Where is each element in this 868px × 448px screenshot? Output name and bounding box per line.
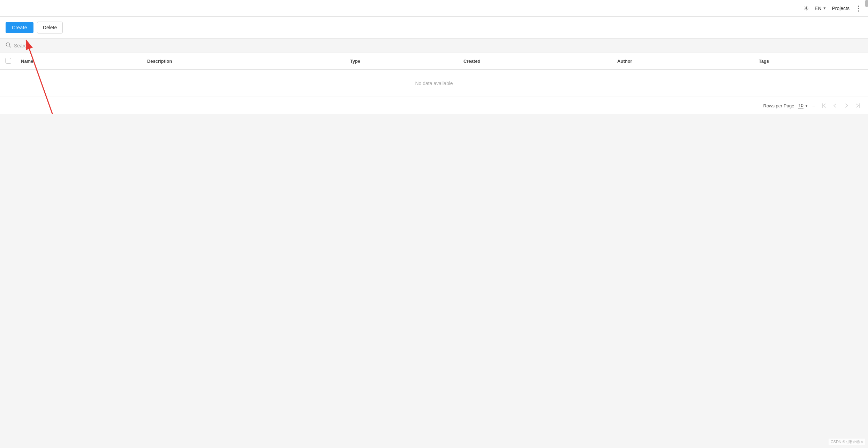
toolbar: Create Delete: [0, 17, 868, 39]
create-button[interactable]: Create: [6, 22, 33, 33]
no-data-message: No data available: [0, 70, 868, 97]
language-label: EN: [815, 6, 821, 11]
main-content: Create Delete Name: [0, 17, 868, 114]
no-data-row: No data available: [0, 70, 868, 97]
table-header-created: Created: [459, 53, 613, 70]
rows-per-page-value: 10: [798, 103, 803, 109]
projects-link[interactable]: Projects: [832, 6, 850, 11]
pagination-buttons: [819, 101, 862, 110]
next-page-button[interactable]: [841, 101, 851, 110]
select-all-checkbox[interactable]: [6, 58, 11, 63]
search-icon: [6, 42, 11, 49]
topbar: ☀ EN ▼ Projects ⋮: [0, 0, 868, 17]
watermark: CSDN ®↑,阳☆糕 ×: [829, 439, 865, 445]
table-header-author: Author: [613, 53, 755, 70]
table-header-row: Name Description Type Created Author Tag…: [0, 53, 868, 70]
table-header-type: Type: [346, 53, 459, 70]
data-table: Name Description Type Created Author Tag…: [0, 53, 868, 97]
table-header-checkbox: [0, 53, 17, 70]
prev-page-button[interactable]: [830, 101, 840, 110]
table-header-tags: Tags: [755, 53, 868, 70]
last-page-button[interactable]: [853, 101, 862, 110]
language-chevron-icon: ▼: [823, 6, 827, 10]
table-header-name: Name: [17, 53, 143, 70]
pagination: Rows per Page 10 ▼ –: [0, 97, 868, 114]
theme-icon[interactable]: ☀: [803, 5, 809, 12]
search-input[interactable]: [14, 43, 84, 48]
svg-line-1: [9, 46, 10, 47]
rows-per-page-chevron-icon: ▼: [805, 104, 808, 108]
search-bar: [0, 39, 868, 53]
language-selector[interactable]: EN ▼: [815, 6, 826, 11]
scroll-indicator: [865, 0, 868, 7]
delete-button[interactable]: Delete: [37, 22, 63, 33]
rows-per-page-label: Rows per Page: [763, 103, 794, 108]
more-menu-icon[interactable]: ⋮: [855, 4, 862, 13]
rows-per-page-selector[interactable]: 10 ▼: [798, 103, 808, 109]
table-header-description: Description: [143, 53, 346, 70]
page-range: –: [813, 103, 815, 108]
first-page-button[interactable]: [819, 101, 829, 110]
